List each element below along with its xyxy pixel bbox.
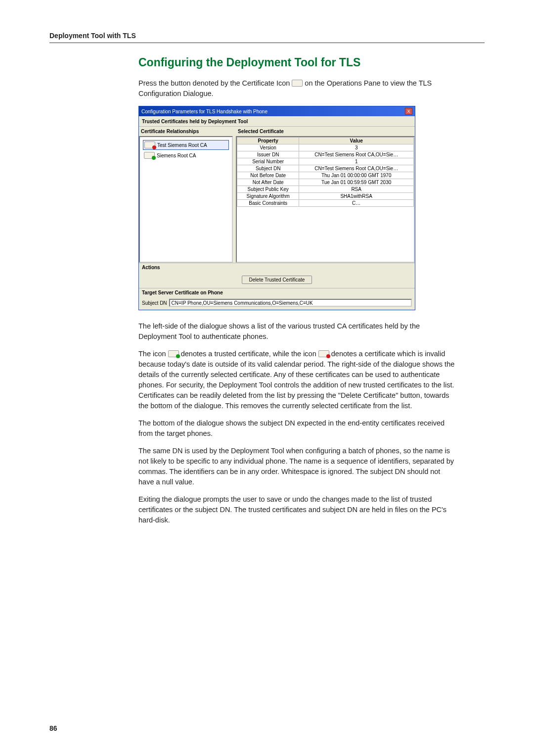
value-cell: SHA1withRSA xyxy=(299,193,414,200)
subject-dn-label: Subject DN xyxy=(142,300,167,306)
table-row: Signature AlgorithmSHA1withRSA xyxy=(237,193,414,200)
cert-relationships-header: Certificate Relationships xyxy=(139,127,236,136)
property-table: Property Value Version3Issuer DNCN=Test … xyxy=(237,137,414,207)
certificate-list[interactable]: Test Siemens Root CASiemens Root CA xyxy=(139,136,233,263)
property-cell: Subject Public Key xyxy=(237,186,299,193)
dialog-titlebar: Configuration Parameters for TLS Handsha… xyxy=(139,106,415,116)
property-cell: Issuer DN xyxy=(237,151,299,158)
selected-cert-header: Selected Certificate xyxy=(236,127,286,136)
body-paragraph: The left-side of the dialogue shows a li… xyxy=(138,321,455,342)
property-cell: Version xyxy=(237,144,299,151)
property-cell: Not After Date xyxy=(237,179,299,186)
value-cell: 1 xyxy=(299,158,414,165)
tls-config-dialog: Configuration Parameters for TLS Handsha… xyxy=(138,106,415,310)
valid-certificate-icon xyxy=(144,152,155,159)
certificate-item[interactable]: Test Siemens Root CA xyxy=(143,140,229,150)
body-paragraph: The bottom of the dialogue shows the sub… xyxy=(138,418,455,439)
value-cell: CN=Test Siemens Root CA,OU=Sie… xyxy=(299,151,414,158)
property-cell: Serial Number xyxy=(237,158,299,165)
table-row: Not After DateTue Jan 01 00:59:59 GMT 20… xyxy=(237,179,414,186)
target-cert-header: Target Server Certificate on Phone xyxy=(139,288,415,297)
body-paragraph: The same DN is used by the Deployment To… xyxy=(138,446,455,487)
value-cell: 3 xyxy=(299,144,414,151)
page-heading: Configuring the Deployment Tool for TLS xyxy=(138,56,455,69)
text-span: The icon xyxy=(138,350,168,358)
value-cell: RSA xyxy=(299,186,414,193)
table-row: Version3 xyxy=(237,144,414,151)
certificate-item-label: Siemens Root CA xyxy=(157,153,196,158)
table-row: Subject Public KeyRSA xyxy=(237,186,414,193)
text-span: denotes a certificate which is invalid b… xyxy=(138,350,454,410)
certificate-item[interactable]: Siemens Root CA xyxy=(143,151,229,160)
intro-paragraph: Press the button denoted by the Certific… xyxy=(138,78,455,99)
running-head: Deployment Tool with TLS xyxy=(49,32,485,40)
intro-text-a: Press the button denoted by the Certific… xyxy=(138,79,292,87)
table-row: Issuer DNCN=Test Siemens Root CA,OU=Sie… xyxy=(237,151,414,158)
value-cell: CN=Test Siemens Root CA,OU=Sie… xyxy=(299,165,414,172)
value-cell: C… xyxy=(299,200,414,207)
page-number: 86 xyxy=(49,724,57,732)
property-cell: Basic Constraints xyxy=(237,200,299,207)
certificate-icon xyxy=(292,80,303,87)
value-cell: Tue Jan 01 00:59:59 GMT 2030 xyxy=(299,179,414,186)
text-span: denotes a trusted certificate, while the… xyxy=(181,350,318,358)
close-button[interactable]: X xyxy=(405,108,412,115)
body-paragraph: The icon denotes a trusted certificate, … xyxy=(138,349,455,411)
delete-certificate-button[interactable]: Delete Trusted Certificate xyxy=(242,276,312,284)
table-row: Subject DNCN=Test Siemens Root CA,OU=Sie… xyxy=(237,165,414,172)
invalid-certificate-icon xyxy=(318,350,329,357)
col-property: Property xyxy=(237,138,299,144)
body-paragraph: Exiting the dialogue prompts the user to… xyxy=(138,494,455,525)
subject-dn-input[interactable] xyxy=(169,299,412,307)
property-cell: Subject DN xyxy=(237,165,299,172)
dialog-title: Configuration Parameters for TLS Handsha… xyxy=(141,109,267,114)
property-cell: Not Before Date xyxy=(237,172,299,179)
col-value: Value xyxy=(299,138,414,144)
table-row: Basic ConstraintsC… xyxy=(237,200,414,207)
certificate-details: Property Value Version3Issuer DNCN=Test … xyxy=(236,136,415,263)
head-rule xyxy=(49,43,485,43)
certificate-item-label: Test Siemens Root CA xyxy=(157,142,207,148)
table-row: Not Before DateThu Jan 01 00:00:00 GMT 1… xyxy=(237,172,414,179)
value-cell: Thu Jan 01 00:00:00 GMT 1970 xyxy=(299,172,414,179)
valid-certificate-icon xyxy=(168,350,179,357)
table-row: Serial Number1 xyxy=(237,158,414,165)
actions-header: Actions xyxy=(139,263,415,272)
property-cell: Signature Algorithm xyxy=(237,193,299,200)
invalid-certificate-icon xyxy=(144,142,155,148)
trusted-section-header: Trusted Certificates held by Deployment … xyxy=(139,116,415,127)
